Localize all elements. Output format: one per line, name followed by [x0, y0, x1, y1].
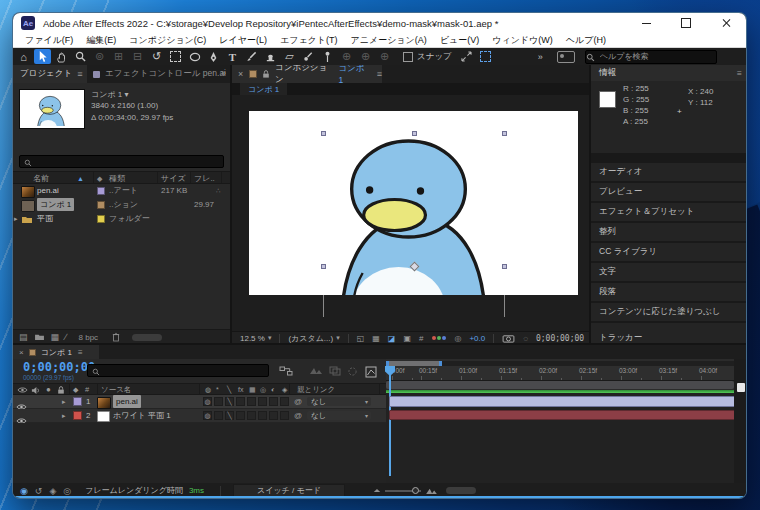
maximize-button[interactable]: [666, 13, 706, 33]
network-render-icon[interactable]: ◉: [20, 486, 28, 496]
switch-collapse[interactable]: [214, 411, 223, 420]
zoom-select[interactable]: 12.5 %▾: [240, 334, 271, 343]
panel-menu-icon[interactable]: ≡: [377, 69, 382, 79]
zoom-in-mountain-icon[interactable]: [425, 487, 438, 495]
switch-quality[interactable]: ◍: [203, 397, 212, 406]
workspace-bar-icon[interactable]: [557, 51, 575, 63]
panel-header-6[interactable]: 段落: [591, 283, 747, 301]
timeline-columns-header[interactable]: ● ◆ # ソース名 ◍*╲fx▦◎◐◈ 親とリンク: [13, 383, 386, 395]
tool-clone-stamp-icon[interactable]: [262, 49, 279, 64]
preview-timecode[interactable]: 0;00;00;00: [536, 334, 584, 343]
layer-handle-top-left[interactable]: [321, 131, 326, 136]
switch-motion-blur[interactable]: [258, 411, 267, 420]
info-panel-header[interactable]: 情報 ≡: [591, 65, 747, 81]
snap-toggle[interactable]: スナップ: [403, 51, 452, 63]
guides-icon[interactable]: #: [419, 334, 423, 343]
region-of-interest-icon[interactable]: ▣: [403, 334, 411, 343]
gpu-icon[interactable]: ◎: [63, 486, 71, 496]
tool-pen-icon[interactable]: [205, 49, 222, 64]
expander-icon[interactable]: ▸: [62, 409, 66, 422]
viewer-tab-comp1[interactable]: コンポ 1: [240, 83, 287, 95]
switch-draft[interactable]: ╲: [225, 397, 234, 406]
transparency-grid-icon[interactable]: ▦: [372, 334, 380, 343]
refresh-icon[interactable]: ↺: [35, 486, 43, 496]
label-swatch[interactable]: [97, 187, 105, 195]
new-composition-icon[interactable]: ▦: [51, 332, 60, 342]
lock-icon[interactable]: [262, 69, 270, 79]
tool-puppet-pin-icon[interactable]: [319, 49, 336, 64]
layer-handle-mid-left[interactable]: [321, 264, 326, 269]
panel-header-8[interactable]: トラッカー: [591, 323, 747, 343]
tool-local-axis-icon[interactable]: ⊕: [338, 49, 355, 64]
zoom-slider-track[interactable]: [385, 490, 421, 492]
tab-effect-controls[interactable]: エフェクトコントロール pen.ai: [93, 65, 226, 83]
close-tab-icon[interactable]: ×: [238, 69, 243, 79]
panel-header-7[interactable]: コンテンツに応じた塗りつぶし: [591, 303, 747, 321]
tool-eraser-icon[interactable]: ▱: [281, 49, 298, 64]
close-tab-icon[interactable]: ×: [19, 348, 24, 357]
project-search-input[interactable]: [35, 156, 223, 167]
panel-menu-icon[interactable]: ≡: [78, 348, 83, 357]
switch-fx[interactable]: [236, 411, 245, 420]
project-search-field[interactable]: [19, 155, 224, 168]
layer-name[interactable]: pen.ai: [113, 395, 141, 408]
tool-mask-transform-icon[interactable]: [167, 49, 184, 64]
switch-motion-blur[interactable]: [258, 397, 267, 406]
parent-select[interactable]: なし▾: [307, 397, 371, 406]
show-snapshot-icon[interactable]: ◌: [523, 334, 528, 343]
view-layout-icon[interactable]: ◱: [357, 334, 365, 343]
switch-quality[interactable]: ◍: [203, 411, 212, 420]
menu-item-8[interactable]: ヘルプ(H): [566, 34, 606, 47]
interpret-footage-icon[interactable]: ▤: [19, 332, 28, 342]
tool-rotate-icon[interactable]: ↺: [148, 49, 165, 64]
switch-frame-blend[interactable]: [247, 411, 256, 420]
toolbar-overflow-chevron[interactable]: »: [538, 52, 543, 62]
tool-zoom-icon[interactable]: [72, 49, 89, 64]
mask-visibility-icon[interactable]: ◪: [388, 334, 396, 343]
close-button[interactable]: [706, 13, 746, 33]
channel-icon[interactable]: [431, 336, 446, 340]
zoom-slider-knob[interactable]: [412, 487, 419, 494]
switch-draft[interactable]: ╲: [225, 411, 234, 420]
composition-viewer[interactable]: [232, 95, 589, 331]
tab-project[interactable]: プロジェクト ≡: [13, 65, 87, 83]
zoom-out-mountain-icon[interactable]: [373, 488, 381, 493]
timeline-scrollbar[interactable]: [734, 359, 747, 483]
new-folder-icon[interactable]: [34, 333, 45, 341]
bit-depth-label[interactable]: 8 bpc: [79, 333, 99, 342]
tool-home-icon[interactable]: ⌂: [15, 49, 32, 64]
panel-header-3[interactable]: 整列: [591, 223, 747, 241]
expander-icon[interactable]: ▸: [62, 395, 66, 408]
menu-item-2[interactable]: コンポジション(C): [129, 34, 206, 47]
tab-composition[interactable]: × コンポジション コンポ 1 ≡: [232, 65, 382, 83]
title-bar[interactable]: Ae Adobe After Effects 2022 - C:¥storage…: [13, 13, 746, 33]
project-columns-header[interactable]: 名前 ▲ ◆ 種類 サイズ フレ..: [13, 171, 230, 184]
item-name[interactable]: 平面: [37, 212, 53, 225]
label-swatch[interactable]: [73, 397, 82, 406]
timeline-h-scrollbar[interactable]: [446, 487, 476, 494]
tool-type-icon[interactable]: T: [224, 49, 241, 64]
menu-item-6[interactable]: ビュー(V): [440, 34, 479, 47]
frame-blending-icon[interactable]: [329, 366, 341, 376]
shrink-expand-icon[interactable]: [458, 49, 475, 64]
tool-pan-camera-icon[interactable]: ⊞: [110, 49, 127, 64]
composition-flowchart-icon[interactable]: [279, 366, 293, 376]
resolution-ring-icon[interactable]: ◎: [454, 334, 461, 343]
panel-overflow-chevron[interactable]: »: [221, 68, 226, 78]
switch-adjustment[interactable]: [269, 397, 278, 406]
layer-handle-top-center[interactable]: [412, 131, 417, 136]
panel-header-2[interactable]: エフェクト＆プリセット: [591, 203, 747, 221]
exposure-value[interactable]: +0.0: [469, 334, 485, 343]
time-ruler[interactable]: 0:00f00:15f01:00f01:15f02:00f02:15f03:00…: [386, 366, 734, 381]
switch-frame-blend[interactable]: [247, 397, 256, 406]
parent-select[interactable]: なし▾: [307, 411, 371, 420]
switch-3d[interactable]: [280, 397, 289, 406]
tool-view-axis-icon[interactable]: ⊕: [376, 49, 393, 64]
panel-header-0[interactable]: オーディオ: [591, 163, 747, 181]
trash-icon[interactable]: [112, 332, 120, 342]
layer-bar-pen.ai[interactable]: [389, 396, 736, 407]
panel-header-5[interactable]: 文字: [591, 263, 747, 281]
tool-world-axis-icon[interactable]: ⊕: [357, 49, 374, 64]
switch-fx[interactable]: [236, 397, 245, 406]
timeline-search-input[interactable]: [103, 365, 268, 376]
